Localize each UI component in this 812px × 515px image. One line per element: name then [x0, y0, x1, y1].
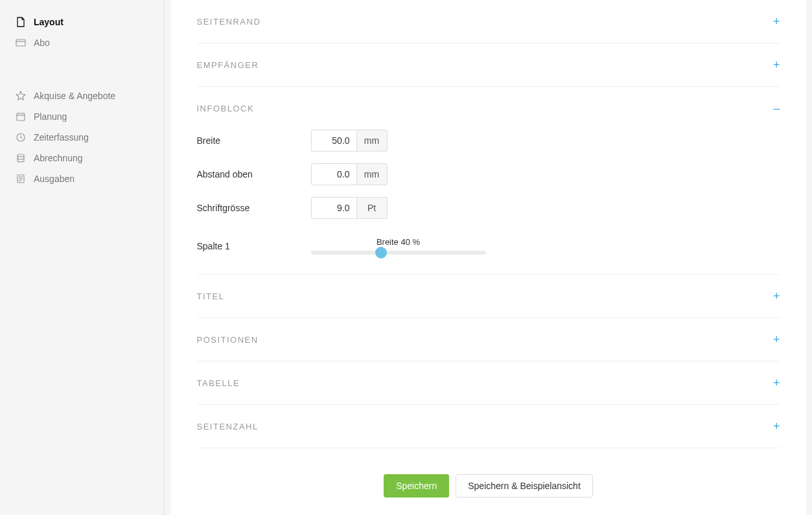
card-icon: [16, 38, 26, 48]
accordion-header-positionen[interactable]: Positionen +: [197, 318, 780, 361]
sidebar-item-abo[interactable]: Abo: [0, 32, 164, 53]
schriftgroesse-input[interactable]: [311, 197, 356, 219]
sidebar-item-label: Ausgaben: [34, 174, 75, 184]
accordion-title: Titel: [197, 292, 225, 301]
slider-thumb[interactable]: [375, 247, 387, 258]
accordion-title: Positionen: [197, 335, 259, 345]
form-row-abstand-oben: Abstand oben mm: [197, 163, 780, 185]
receipt-icon: [16, 174, 26, 184]
plus-icon: +: [773, 59, 780, 71]
field-label: Abstand oben: [197, 169, 311, 179]
plus-icon: +: [773, 290, 780, 302]
accordion-title: Seitenrand: [197, 17, 261, 27]
sidebar-item-label: Akquise & Angebote: [34, 91, 115, 101]
input-group: Pt: [311, 197, 388, 219]
abstand-oben-input[interactable]: [311, 163, 356, 185]
breite-input[interactable]: [311, 130, 356, 152]
accordion-title: Tabelle: [197, 378, 240, 388]
sidebar-item-ausgaben[interactable]: Ausgaben: [0, 168, 164, 189]
stack-icon: [16, 153, 26, 163]
field-label: Schriftgrösse: [197, 203, 311, 213]
calendar-icon: [16, 111, 26, 122]
sidebar-item-label: Abo: [34, 38, 50, 48]
sidebar-item-akquise[interactable]: Akquise & Angebote: [0, 86, 164, 106]
accordion-header-empfaenger[interactable]: Empfänger +: [197, 43, 780, 86]
sidebar: Layout Abo Akquise & Angebote Planung Ze…: [0, 0, 165, 515]
settings-panel: Seitenrand + Empfänger + Infoblock – Bre…: [171, 0, 806, 515]
accordion-body-infoblock: Breite mm Abstand oben mm Schriftgrösse: [197, 130, 780, 274]
unit-label: mm: [356, 163, 388, 185]
input-group: mm: [311, 130, 388, 152]
accordion-title: Seitenzahl: [197, 422, 259, 431]
sidebar-item-planung[interactable]: Planung: [0, 106, 164, 127]
accordion-header-seitenrand[interactable]: Seitenrand +: [197, 0, 780, 43]
star-icon: [16, 91, 26, 101]
plus-icon: +: [773, 16, 780, 27]
form-row-schriftgroesse: Schriftgrösse Pt: [197, 197, 780, 219]
accordion-seitenzahl: Seitenzahl +: [197, 405, 780, 448]
accordion-empfaenger: Empfänger +: [197, 43, 780, 87]
accordion-header-titel[interactable]: Titel +: [197, 275, 780, 317]
accordion-header-seitenzahl[interactable]: Seitenzahl +: [197, 405, 780, 448]
clock-icon: [16, 132, 26, 143]
sidebar-item-label: Abrechnung: [34, 153, 83, 163]
main-content: Seitenrand + Empfänger + Infoblock – Bre…: [165, 0, 812, 515]
sidebar-item-layout[interactable]: Layout: [0, 12, 164, 32]
accordion-tabelle: Tabelle +: [197, 361, 780, 405]
plus-icon: +: [773, 420, 780, 432]
form-row-spalte1: Spalte 1 Breite 40 %: [197, 237, 780, 255]
sidebar-separator: [0, 53, 164, 86]
accordion-positionen: Positionen +: [197, 318, 780, 361]
accordion-infoblock: Infoblock – Breite mm Abstand oben mm: [197, 87, 780, 275]
unit-label: Pt: [356, 197, 388, 219]
input-group: mm: [311, 163, 388, 185]
accordion-header-infoblock[interactable]: Infoblock –: [197, 87, 780, 130]
sidebar-item-label: Zeiterfassung: [34, 132, 89, 143]
slider-value-label: Breite 40 %: [377, 237, 420, 247]
accordion-title: Infoblock: [197, 104, 255, 113]
save-button[interactable]: Speichern: [384, 474, 449, 498]
accordion-seitenrand: Seitenrand +: [197, 0, 780, 43]
accordion-title: Empfänger: [197, 60, 259, 70]
unit-label: mm: [356, 130, 388, 152]
sidebar-item-label: Layout: [34, 17, 64, 27]
svg-rect-0: [16, 40, 25, 46]
svg-rect-2: [17, 113, 25, 120]
field-label: Breite: [197, 135, 311, 146]
field-label: Spalte 1: [197, 241, 311, 251]
minus-icon: –: [773, 102, 780, 114]
spalte1-slider[interactable]: [311, 251, 486, 255]
sidebar-item-zeiterfassung[interactable]: Zeiterfassung: [0, 127, 164, 148]
sidebar-item-label: Planung: [34, 111, 67, 122]
slider-wrap: Breite 40 %: [311, 237, 486, 255]
plus-icon: +: [773, 377, 780, 389]
accordion-header-tabelle[interactable]: Tabelle +: [197, 361, 780, 404]
sidebar-item-abrechnung[interactable]: Abrechnung: [0, 148, 164, 168]
save-preview-button[interactable]: Speichern & Beispielansicht: [456, 474, 593, 498]
form-row-breite: Breite mm: [197, 130, 780, 152]
svg-point-7: [17, 154, 24, 157]
plus-icon: +: [773, 334, 780, 345]
button-row: Speichern Speichern & Beispielansicht: [197, 474, 780, 498]
accordion-titel: Titel +: [197, 275, 780, 318]
file-icon: [16, 17, 26, 27]
